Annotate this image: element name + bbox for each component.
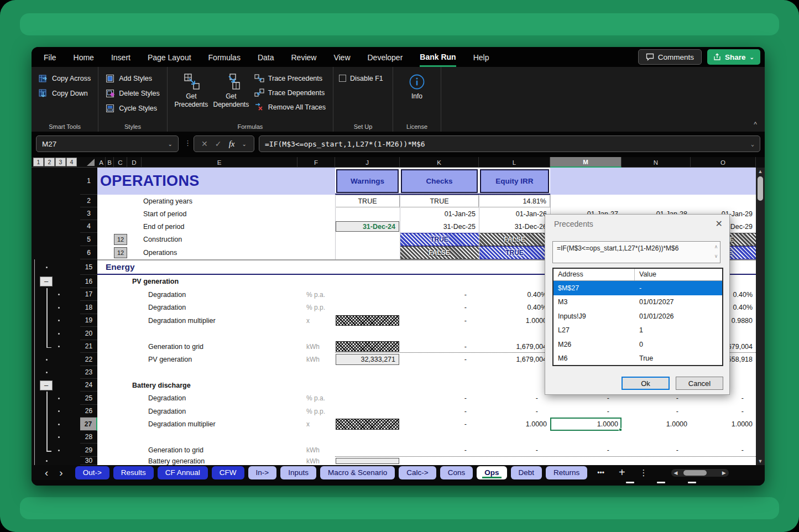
row-header-20[interactable]: 20 <box>80 327 97 340</box>
cell-K-r5[interactable]: TRUE <box>400 233 479 246</box>
button-add-styles[interactable]: Add Styles <box>104 73 161 84</box>
button-remove-all-traces[interactable]: Remove All Traces <box>253 102 327 112</box>
outline-level-1[interactable]: 1 <box>33 158 44 166</box>
sheet-tab-cfw[interactable]: CFW <box>212 466 244 479</box>
ribbon-tab-insert[interactable]: Insert <box>111 48 130 66</box>
cell-M-r26[interactable]: - <box>550 405 622 418</box>
row-header-19[interactable]: 19 <box>80 314 97 327</box>
cell-J-r2[interactable]: TRUE <box>335 195 400 207</box>
cell-L-r2[interactable]: 14.81% <box>479 195 550 207</box>
cell-E-r2[interactable]: Operating years <box>142 195 297 207</box>
cell-E-r5[interactable]: Construction <box>142 233 297 246</box>
cell-K-r19[interactable]: - <box>400 314 479 327</box>
cell-D-F-r24[interactable]: Battery discharge <box>127 379 335 392</box>
precedent-row-m3[interactable]: M301/01/2027 <box>553 295 722 310</box>
cell-L-r17[interactable]: 0.40% <box>479 288 550 301</box>
sheet-tab-out[interactable]: Out-> <box>75 466 109 479</box>
collapse-group-button[interactable]: – <box>40 277 53 286</box>
vertical-scroll-thumb[interactable] <box>758 176 763 201</box>
cell-F-r30[interactable]: kWh <box>297 457 335 465</box>
cell-N-r29[interactable]: - <box>622 444 691 457</box>
view-page-break-icon[interactable] <box>688 482 696 483</box>
precedent-row-m6[interactable]: M6True <box>553 352 722 366</box>
precedent-row-m-27[interactable]: $M$27- <box>553 281 722 295</box>
row-header-30[interactable]: 30 <box>80 457 97 465</box>
cell-E-r18[interactable]: Degradation <box>142 301 297 314</box>
button-trace-dependents[interactable]: Trace Dependents <box>253 87 327 98</box>
column-header-B[interactable]: B <box>106 157 114 168</box>
sheet-next-icon[interactable]: › <box>59 467 62 478</box>
insert-function-icon[interactable]: fx <box>229 139 235 149</box>
column-header-C[interactable]: C <box>114 157 127 168</box>
ribbon-tab-data[interactable]: Data <box>258 48 274 66</box>
cell-F-r27[interactable]: x <box>297 418 335 431</box>
row-header-28[interactable]: 28 <box>80 431 97 444</box>
view-page-layout-icon[interactable] <box>657 482 665 483</box>
row-header-2[interactable]: 2 <box>80 195 97 207</box>
cell-J-r4[interactable]: 31-Dec-24 <box>335 220 400 233</box>
cell-E-r17[interactable]: Degradation <box>142 288 297 301</box>
dialog-formula-box[interactable]: =IF(M$3<=ops_start,1,L27*(1-M26))*M$6 <box>552 241 720 263</box>
cell-K-r2[interactable]: TRUE <box>400 195 479 207</box>
cell-L-r27[interactable]: 1.0000 <box>479 418 550 431</box>
cell-E-r19[interactable]: Degradation multiplier <box>142 314 297 327</box>
column-header-A[interactable]: A <box>97 157 106 168</box>
cell-K-r26[interactable]: - <box>400 405 479 418</box>
hscroll-right-icon[interactable]: ▶ <box>722 470 726 476</box>
scroll-up-icon[interactable]: ▲ <box>756 169 765 174</box>
column-header-D[interactable]: D <box>127 157 142 168</box>
cell-B-F-r15[interactable]: Energy <box>106 259 335 275</box>
row-header-25[interactable]: 25 <box>80 392 97 405</box>
cell-F-r26[interactable]: % p.p. <box>297 405 335 418</box>
cell-F-r21[interactable]: kWh <box>297 340 335 353</box>
sheet-tab-cons[interactable]: Cons <box>440 466 473 479</box>
ribbon-tab-page-layout[interactable]: Page Layout <box>148 48 191 66</box>
cell-K-r17[interactable]: - <box>400 288 479 301</box>
row-header-6[interactable]: 6 <box>80 246 97 259</box>
cell-E-r26[interactable]: Degradation <box>142 405 297 418</box>
cell-L-r25[interactable]: - <box>479 392 550 405</box>
collapse-group-button[interactable]: – <box>40 380 53 390</box>
ribbon-tab-view[interactable]: View <box>333 48 350 66</box>
cell-M-O-r1[interactable] <box>550 168 756 195</box>
row-header-27[interactable]: 27 <box>80 418 97 431</box>
row-header-16[interactable]: 16 <box>80 275 97 288</box>
view-normal-icon[interactable] <box>626 482 634 483</box>
row-header-21[interactable]: 21 <box>80 340 97 353</box>
name-box[interactable]: M27 ⌄ <box>36 135 179 152</box>
sheet-tab-ops[interactable]: Ops <box>477 466 506 479</box>
row-header-26[interactable]: 26 <box>80 405 97 418</box>
column-header-K[interactable]: K <box>400 157 479 168</box>
cell-F-r25[interactable]: % p.a. <box>297 392 335 405</box>
row-header-22[interactable]: 22 <box>80 353 97 366</box>
confirm-entry-icon[interactable]: ✓ <box>215 139 222 148</box>
ok-button[interactable]: Ok <box>622 377 670 390</box>
cell-K-r22[interactable]: - <box>400 353 479 366</box>
cell-D-F-r16[interactable]: PV generation <box>127 275 335 288</box>
cell-J-r22[interactable]: 32,333,271 <box>335 353 400 366</box>
cell-K-r4[interactable]: 31-Dec-25 <box>400 220 479 233</box>
cell-L-r26[interactable]: - <box>479 405 550 418</box>
cell-N-r27[interactable]: 1.0000 <box>622 418 691 431</box>
precedent-row-inputs-j9[interactable]: Inputs!J901/01/2026 <box>553 309 722 324</box>
cell-J-r19[interactable] <box>335 314 400 327</box>
row-header-5[interactable]: 5 <box>80 233 97 246</box>
column-header-J[interactable]: J <box>335 157 400 168</box>
row-header-1[interactable]: 1 <box>80 168 97 195</box>
cell-M-r29[interactable]: - <box>550 444 622 457</box>
cell-O-r29[interactable]: - <box>691 444 756 457</box>
cell-F-r22[interactable]: kWh <box>297 353 335 366</box>
cell-L-r21[interactable]: 1,679,004 <box>479 340 550 353</box>
cell-C-r5[interactable]: 12 <box>114 233 127 246</box>
formula-input[interactable]: =IF(M$3<=ops_start,1,L27*(1-M26))*M$6 ⌄ <box>259 135 760 152</box>
cell-E-r3[interactable]: Start of period <box>142 207 297 220</box>
cell-L-r6[interactable]: TRUE <box>479 246 550 259</box>
row-header-3[interactable]: 3 <box>80 207 97 220</box>
add-sheet-icon[interactable]: + <box>619 466 625 479</box>
column-header-O[interactable]: O <box>691 157 756 168</box>
sheet-tab-results[interactable]: Results <box>113 466 154 479</box>
ribbon-tab-help[interactable]: Help <box>473 48 489 66</box>
sheet-prev-icon[interactable]: ‹ <box>45 467 48 478</box>
cell-L-r29[interactable]: - <box>479 444 550 457</box>
cell-F-r29[interactable]: kWh <box>297 444 335 457</box>
